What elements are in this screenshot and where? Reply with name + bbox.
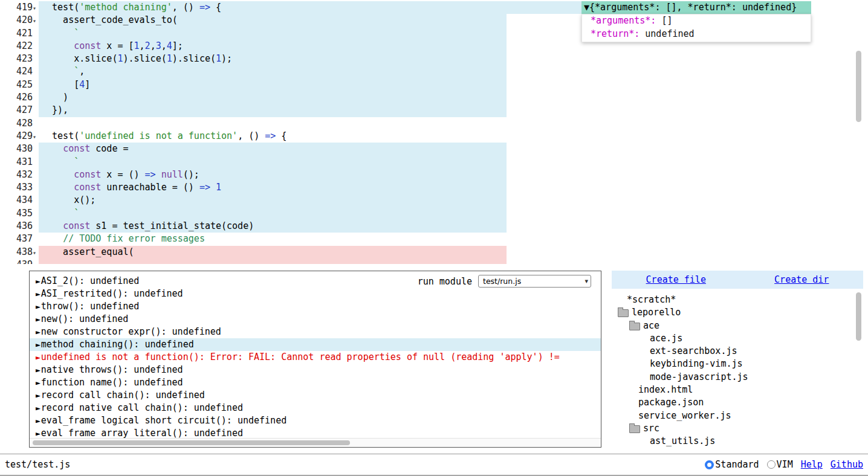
file-tree-item[interactable]: *scratch* (612, 294, 863, 306)
expand-arrow-icon[interactable]: ► (36, 340, 40, 349)
line-number-gutter: 439 (0, 259, 39, 264)
line-highlight (39, 91, 507, 104)
code-line[interactable]: 432 const x = () => null(); (0, 169, 868, 181)
expand-arrow-icon[interactable]: ► (36, 404, 40, 413)
test-result-item[interactable]: ►record call chain(): undefined (30, 389, 601, 402)
code-line[interactable]: 426 ) (0, 91, 868, 104)
line-highlight (39, 79, 507, 91)
code-line[interactable]: 439 (0, 259, 868, 264)
expand-arrow-icon[interactable]: ► (36, 391, 40, 400)
line-highlight (39, 65, 507, 78)
scrollbar-thumb[interactable] (33, 440, 350, 445)
keybinding-mode-vim[interactable]: VIM (767, 459, 793, 470)
current-file: test/test.js (5, 459, 70, 470)
line-number-gutter: 438▾ (0, 246, 39, 259)
test-result-item[interactable]: ►record native call chain(): undefined (30, 402, 601, 414)
code-line[interactable]: 429▾ test('undefined is not a function',… (0, 130, 868, 143)
expand-arrow-icon[interactable]: ► (36, 416, 40, 425)
files-vertical-scrollbar[interactable] (856, 290, 861, 447)
code-line[interactable]: 430 const code = (0, 143, 868, 155)
editor-vertical-scrollbar[interactable] (856, 0, 861, 264)
line-number-gutter: 433 (0, 181, 39, 194)
expand-arrow-icon[interactable]: ► (36, 315, 40, 324)
link-github[interactable]: Github (831, 459, 863, 470)
code-line[interactable]: 428 (0, 117, 868, 130)
expand-arrow-icon[interactable]: ► (36, 327, 40, 336)
line-number-gutter: 421 (0, 27, 39, 40)
line-number: 430 (0, 143, 39, 155)
fold-marker-icon[interactable]: ▾ (33, 130, 39, 143)
code-line[interactable]: 437 // TODO fix error messages (0, 233, 868, 245)
code-line[interactable]: 423 x.slice(1).slice(1).slice(1); (0, 53, 868, 65)
code-line-content: // TODO fix error messages (39, 233, 868, 245)
status-bar-right: StandardVIMHelpGithub (705, 459, 863, 470)
tooltip-header[interactable]: ▼{*arguments*: [], *return*: undefined} (581, 1, 811, 14)
test-result-item[interactable]: ►ASI_restrited(): undefined (30, 288, 601, 300)
results-horizontal-scrollbar[interactable] (30, 438, 601, 447)
file-tree-item[interactable]: package.json (612, 396, 863, 409)
radio-icon[interactable] (705, 460, 714, 469)
code-line[interactable]: 435 ` (0, 207, 868, 220)
expand-arrow-icon[interactable]: ► (36, 353, 40, 362)
test-result-item[interactable]: ►throw(): undefined (30, 300, 601, 313)
file-tree-item[interactable]: mode-javascript.js (612, 371, 863, 384)
code-line[interactable]: 436 const s1 = test_initial_state(code) (0, 220, 868, 233)
file-tree-item[interactable]: service_worker.js (612, 410, 863, 422)
line-number: 433 (0, 181, 39, 194)
code-line[interactable]: 425 [4] (0, 79, 868, 91)
expand-arrow-icon[interactable]: ► (36, 277, 40, 286)
code-line[interactable]: 434 x(); (0, 194, 868, 207)
test-result-item[interactable]: ►function name(): undefined (30, 376, 601, 389)
code-line[interactable]: 424 `, (0, 65, 868, 78)
scrollbar-thumb[interactable] (856, 292, 861, 341)
file-tree-item[interactable]: ext-searchbox.js (612, 345, 863, 358)
code-line[interactable]: 427 }), (0, 104, 868, 117)
expand-arrow-icon[interactable]: ► (36, 365, 40, 375)
radio-icon[interactable] (767, 460, 776, 469)
test-result-item[interactable]: ►native throws(): undefined (30, 364, 601, 376)
test-result-item[interactable]: ►method chaining(): undefined (30, 338, 601, 351)
code-line-content: x(); (39, 194, 868, 207)
link-help[interactable]: Help (801, 459, 823, 470)
expand-arrow-icon[interactable]: ► (36, 378, 40, 387)
line-number-gutter: 424 (0, 65, 39, 78)
line-number-gutter: 431 (0, 156, 39, 169)
test-result-item[interactable]: ►undefined is not a function(): Error: F… (30, 351, 601, 364)
code-line[interactable]: 431 ` (0, 156, 868, 169)
code-line-content: const unreachable = () => 1 (39, 181, 868, 194)
line-highlight (39, 104, 507, 117)
code-line[interactable]: 433 const unreachable = () => 1 (0, 181, 868, 194)
test-result-item[interactable]: ►new(): undefined (30, 313, 601, 326)
collapse-arrow-icon[interactable]: ▼ (584, 2, 589, 13)
folder-icon (629, 323, 640, 330)
file-tree-item[interactable]: ace (612, 320, 863, 332)
scrollbar-thumb[interactable] (856, 51, 861, 122)
expand-arrow-icon[interactable]: ► (36, 429, 40, 438)
code-editor[interactable]: 419▾ test('method chaining', () => {420▾… (0, 0, 868, 264)
fold-marker-icon[interactable]: ▾ (33, 246, 39, 259)
fold-marker-icon[interactable]: ▾ (33, 14, 39, 27)
expand-arrow-icon[interactable]: ► (36, 289, 40, 298)
code-line[interactable]: 438▾ assert_equal( (0, 246, 868, 259)
create-file-link[interactable]: Create file (646, 274, 706, 285)
expand-arrow-icon[interactable]: ► (36, 302, 40, 311)
tooltip-entry: *arguments*: [] (591, 14, 807, 27)
file-tree-item[interactable]: ace.js (612, 332, 863, 345)
file-tree-item[interactable]: index.html (612, 384, 863, 396)
test-result-item[interactable]: ►ASI_2(): undefined (30, 275, 601, 288)
file-tree-item[interactable]: src (612, 422, 863, 435)
file-tree-item[interactable]: ast_utils.js (612, 435, 863, 447)
code-line-content: x.slice(1).slice(1).slice(1); (39, 53, 868, 65)
line-number-gutter: 427 (0, 104, 39, 117)
create-dir-link[interactable]: Create dir (774, 274, 829, 285)
file-tree-item[interactable]: keybinding-vim.js (612, 358, 863, 370)
test-result-item[interactable]: ►new constructor expr(): undefined (30, 326, 601, 338)
eval-result-tooltip: ▼{*arguments*: [], *return*: undefined} … (581, 1, 811, 42)
test-result-item[interactable]: ►eval_frame logical short circuit(): und… (30, 414, 601, 427)
keybinding-mode-standard[interactable]: Standard (705, 459, 759, 470)
line-number: 439 (0, 259, 39, 264)
file-tree-item[interactable]: leporello (612, 306, 863, 319)
code-line-content: const code = (39, 143, 868, 155)
tooltip-header-text: {*arguments*: [], *return*: undefined} (589, 2, 797, 13)
fold-marker-icon[interactable]: ▾ (33, 2, 39, 14)
